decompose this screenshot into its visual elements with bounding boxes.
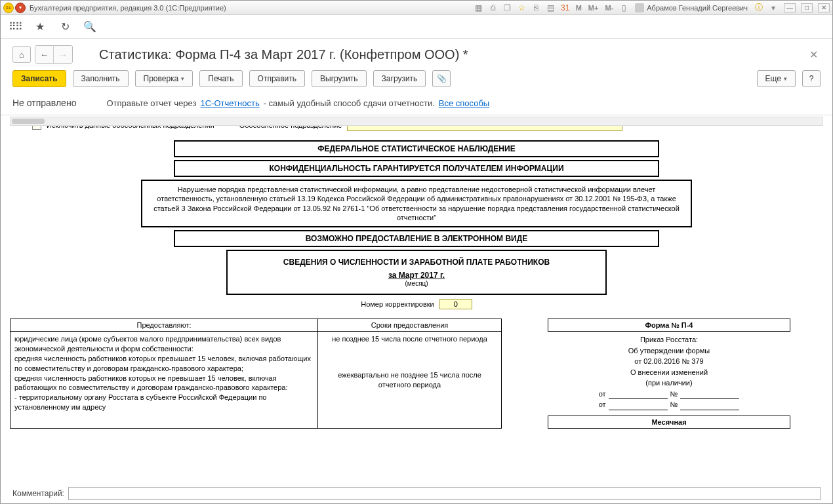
minimize-button[interactable]: — (784, 3, 796, 12)
action-bar: Записать Заполнить Проверка Печать Отпра… (1, 68, 832, 94)
history-icon[interactable]: ↻ (58, 20, 71, 33)
export-button[interactable]: Выгрузить (312, 70, 367, 87)
correction-row: Номер корректировки (10, 299, 823, 309)
col-right: Форма № П-4 Приказ Росстата: Об утвержде… (548, 319, 790, 429)
all-methods-link[interactable]: Все способы (439, 98, 489, 108)
send-button[interactable]: Отправить (249, 70, 306, 87)
help-button[interactable]: ? (802, 70, 821, 87)
print-button[interactable]: Печать (199, 70, 242, 87)
main-toolbar: ⠿⠿ ★ ↻ 🔍 (1, 15, 832, 39)
star-icon[interactable]: ☆ (517, 3, 527, 13)
status-line: Не отправлено Отправьте отчет через 1С-О… (1, 94, 832, 115)
status-text-2: - самый удобный способ сдачи отчетности. (264, 98, 435, 108)
apps-icon[interactable]: ⠿⠿ (9, 20, 22, 33)
box-period: за Март 2017 г. (234, 271, 599, 280)
box-title-line: СВЕДЕНИЯ О ЧИСЛЕННОСТИ И ЗАРАБОТНОЙ ПЛАТ… (234, 258, 599, 267)
comment-row: Комментарий: (1, 484, 832, 503)
panel-icon[interactable]: ▯ (619, 3, 629, 13)
more-button[interactable]: Еще (757, 70, 796, 87)
document-scroll[interactable]: Исключить данные обособленных подразделе… (1, 115, 832, 464)
r-l5: (при наличии) (548, 378, 790, 389)
lower-table: Предоставляют: юридические лица (кроме с… (10, 319, 823, 429)
close-page-button[interactable]: ✕ (807, 46, 821, 64)
write-button[interactable]: Записать (12, 70, 66, 87)
box-electronic: ВОЗМОЖНО ПРЕДОСТАВЛЕНИЕ В ЭЛЕКТРОННОМ ВИ… (174, 230, 659, 247)
back-button[interactable]: ← (35, 46, 54, 63)
correction-input[interactable] (439, 299, 472, 309)
col-left-head: Предоставляют: (10, 319, 317, 332)
check-button[interactable]: Проверка (135, 70, 193, 87)
page-header: ⌂ ← → Статистика: Форма П-4 за Март 2017… (1, 39, 832, 68)
home-button[interactable]: ⌂ (12, 46, 31, 63)
app-menu-icon[interactable]: ▾ (15, 3, 26, 13)
box-federal: ФЕДЕРАЛЬНОЕ СТАТИСТИЧЕСКОЕ НАБЛЮДЕНИЕ (174, 140, 659, 157)
document-area: Исключить данные обособленных подразделе… (1, 115, 832, 484)
comment-input[interactable] (68, 487, 821, 500)
maximize-button[interactable]: □ (801, 3, 813, 12)
memory-mplus[interactable]: М+ (587, 4, 600, 12)
dropdown-icon[interactable]: ▾ (768, 3, 779, 13)
monthly-box: Месячная (548, 416, 790, 429)
r-l3: от 02.08.2016 № 379 (548, 356, 790, 367)
col-left: Предоставляют: юридические лица (кроме с… (10, 319, 318, 429)
fill-button[interactable]: Заполнить (73, 70, 129, 87)
favorite-icon[interactable]: ★ (33, 20, 47, 33)
status-text-1: Отправьте отчет через (106, 98, 196, 108)
memory-m[interactable]: М (575, 4, 583, 12)
app-title: Бухгалтерия предприятия, редакция 3.0 (1… (30, 4, 226, 12)
box-confidential: КОНФИДЕНЦИАЛЬНОСТЬ ГАРАНТИРУЕТСЯ ПОЛУЧАТ… (174, 160, 659, 177)
horizontal-scrollbar[interactable] (10, 117, 823, 126)
status-label: Не отправлено (12, 98, 76, 108)
title-bar: 1c ▾ Бухгалтерия предприятия, редакция 3… (1, 1, 832, 15)
col-mid-line1: не позднее 15 числа после отчетного пери… (322, 334, 497, 344)
avatar-icon (635, 3, 644, 12)
r-l4: О внесении изменений (548, 367, 790, 378)
box-title: СВЕДЕНИЯ О ЧИСЛЕННОСТИ И ЗАРАБОТНОЙ ПЛАТ… (226, 250, 607, 295)
col-right-body: Приказ Росстата: Об утверждении формы от… (548, 332, 790, 413)
app-window: 1c ▾ Бухгалтерия предприятия, редакция 3… (0, 0, 833, 504)
page-title: Статистика: Форма П-4 за Март 2017 г. (К… (99, 47, 807, 62)
box-period-note: (месяц) (234, 280, 599, 287)
r-l2: Об утверждении формы (548, 345, 790, 357)
col-mid: Сроки предоставления не позднее 15 числа… (318, 319, 502, 429)
calc-icon[interactable]: ▤ (546, 3, 556, 13)
comment-label: Комментарий: (12, 489, 64, 498)
col-right-head: Форма № П-4 (548, 319, 790, 332)
doc-icon[interactable]: ❐ (502, 3, 513, 13)
correction-label: Номер корректировки (361, 300, 434, 308)
info-icon[interactable]: ⓘ (754, 3, 764, 13)
reporting-link[interactable]: 1С-Отчетность (200, 98, 259, 108)
logo-icon: 1c (3, 3, 14, 13)
user-name: Абрамов Геннадий Сергеевич (647, 4, 748, 12)
link-icon[interactable]: ⎘ (531, 3, 542, 13)
nav-icon[interactable]: ▦ (474, 3, 484, 13)
user-menu[interactable]: Абрамов Геннадий Сергеевич (633, 3, 750, 12)
attach-button[interactable]: 📎 (432, 70, 451, 87)
import-button[interactable]: Загрузить (373, 70, 426, 87)
col-mid-head: Сроки предоставления (318, 319, 501, 332)
col-mid-body: не позднее 15 числа после отчетного пери… (318, 332, 501, 393)
search-icon[interactable]: 🔍 (83, 20, 96, 33)
forward-button[interactable]: → (54, 46, 72, 63)
close-window-button[interactable]: ✕ (818, 3, 830, 12)
ot-line-1: от № (548, 389, 790, 400)
col-mid-line2: ежеквартально не позднее 15 числа после … (322, 370, 497, 390)
r-l1: Приказ Росстата: (548, 334, 790, 345)
memory-mminus[interactable]: М- (603, 4, 615, 12)
ot-line-2: от № (548, 399, 790, 410)
title-bar-tools: ▦ ⎙ ❐ ☆ ⎘ ▤ 31 М М+ М- ▯ Абрамов Геннади… (474, 3, 830, 13)
nav-group: ← → (35, 45, 73, 64)
col-left-body: юридические лица (кроме субъектов малого… (10, 332, 317, 415)
box-warning: Нарушение порядка представления статисти… (141, 180, 692, 227)
print-icon[interactable]: ⎙ (488, 3, 498, 13)
calendar-icon[interactable]: 31 (560, 3, 571, 13)
